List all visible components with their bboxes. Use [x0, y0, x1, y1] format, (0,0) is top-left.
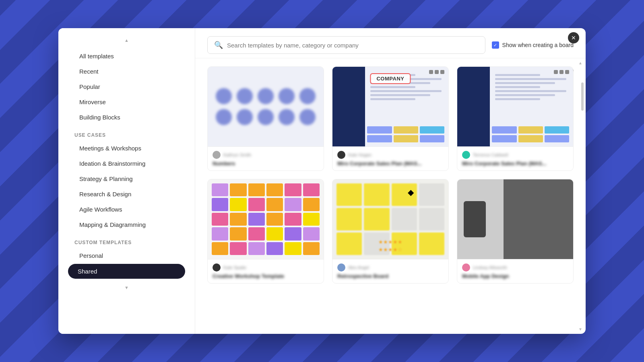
custom-templates-section-label: CUSTOM TEMPLATES — [58, 232, 195, 248]
corp-blocks-2 — [492, 126, 569, 142]
author-name-numbers: Kathryn Smith — [223, 152, 251, 157]
show-when-creating-checkbox-area[interactable]: ✓ Show when creating a board — [492, 41, 574, 49]
card-footer-phone: Lindsay Allsworth Mobile App Design — [457, 259, 573, 283]
template-card-sticky-blur[interactable]: ★★★★★ ★★★★☆ ◆ Alex Angel Retrospective B… — [332, 179, 449, 284]
sidebar-item-ideation-brainstorming[interactable]: Ideation & Brainstorming — [63, 156, 190, 171]
card-title-numbers: Numbers — [213, 160, 319, 167]
template-card-corporate-1[interactable]: COMPANY Kate Hogan Miro Corporate Sales … — [332, 66, 449, 171]
corp-blocks-1 — [367, 126, 444, 142]
show-when-creating-label: Show when creating a board — [502, 42, 574, 48]
author-name-sticky-blur: Alex Angel — [348, 265, 369, 270]
avatar-numbers — [213, 151, 221, 159]
corp-dark-bar-1 — [332, 67, 365, 146]
cursor-icon: ◆ — [408, 187, 414, 197]
card-thumb-corporate-1: COMPANY — [332, 67, 448, 146]
star-ratings: ★★★★★ ★★★★☆ — [378, 239, 402, 253]
phone-mock-icon — [464, 201, 486, 237]
card-thumb-sticky-blur: ★★★★★ ★★★★☆ ◆ — [332, 179, 448, 259]
card-author-numbers: Kathryn Smith — [213, 151, 319, 159]
author-name-sticky-colorful: Kate Spaite — [223, 265, 246, 270]
card-author-phone: Lindsay Allsworth — [462, 263, 568, 272]
sidebar-item-building-blocks[interactable]: Building Blocks — [63, 110, 190, 125]
template-card-corporate-2[interactable]: Terrence Caldwell Miro Corporate Sales P… — [457, 66, 574, 171]
template-modal: ✕ ▲ All templates Recent Popular Mirover… — [58, 28, 586, 334]
use-cases-section-label: USE CASES — [58, 125, 195, 140]
sidebar-item-personal[interactable]: Personal — [63, 248, 190, 263]
author-name-corporate-1: Kate Hogan — [348, 152, 372, 157]
sidebar-item-mapping-diagramming[interactable]: Mapping & Diagramming — [63, 217, 190, 232]
card-author-corporate-2: Terrence Caldwell — [462, 151, 568, 159]
corp-dark-bar-2 — [457, 67, 490, 146]
sidebar-item-recent[interactable]: Recent — [63, 64, 190, 79]
content-scroll-up-icon[interactable]: ▲ — [578, 61, 582, 65]
card-title-sticky-colorful: Creative Workshop Template — [213, 273, 319, 279]
avatar-sticky-blur — [337, 263, 345, 272]
content-area: Example ▲ ▼ — [195, 58, 586, 334]
dark-rect-overlay — [504, 179, 573, 259]
card-footer-corporate-2: Terrence Caldwell Miro Corporate Sales P… — [457, 146, 573, 171]
search-icon: 🔍 — [214, 41, 223, 49]
card-footer-sticky-blur: Alex Angel Retrospective Board — [332, 259, 448, 283]
card-title-corporate-1: Miro Corporate Sales Plan (MAS... — [337, 160, 444, 167]
card-title-corporate-2: Miro Corporate Sales Plan (MAS... — [462, 160, 568, 167]
card-title-sticky-blur: Retrospective Board — [337, 273, 444, 279]
avatar-phone — [462, 263, 470, 272]
sidebar-nav: All templates Recent Popular Miroverse B… — [58, 44, 195, 284]
show-when-creating-checkbox[interactable]: ✓ — [492, 41, 499, 49]
avatar-corporate-2 — [462, 151, 470, 159]
card-thumb-phone — [457, 179, 573, 259]
sidebar-scroll-down-icon: ▼ — [58, 284, 195, 292]
sidebar-item-strategy-planning[interactable]: Strategy & Planning — [63, 171, 190, 186]
template-card-numbers[interactable]: Kathryn Smith Numbers — [207, 66, 324, 171]
sidebar: ▲ All templates Recent Popular Miroverse… — [58, 28, 195, 334]
template-card-phone[interactable]: Lindsay Allsworth Mobile App Design — [457, 179, 574, 284]
avatar-corporate-1 — [337, 151, 345, 159]
search-input[interactable] — [227, 42, 479, 49]
card-footer-sticky-colorful: Kate Spaite Creative Workshop Template — [208, 259, 324, 283]
template-card-sticky-colorful[interactable]: Kate Spaite Creative Workshop Template — [207, 179, 324, 284]
corp-lines-2 — [492, 71, 573, 103]
card-footer-numbers: Kathryn Smith Numbers — [208, 146, 324, 171]
sidebar-scroll-up-icon: ▲ — [58, 36, 195, 44]
close-button[interactable]: ✕ — [568, 32, 579, 43]
card-footer-corporate-1: Kate Hogan Miro Corporate Sales Plan (MA… — [332, 146, 448, 171]
sidebar-item-agile-workflows[interactable]: Agile Workflows — [63, 202, 190, 217]
card-thumb-sticky-colorful — [208, 179, 324, 259]
content-scroll-down-icon[interactable]: ▼ — [578, 327, 582, 331]
main-header: 🔍 ✓ Show when creating a board — [195, 28, 586, 58]
author-name-corporate-2: Terrence Caldwell — [473, 152, 508, 157]
card-author-sticky-blur: Alex Angel — [337, 263, 444, 272]
search-bar[interactable]: 🔍 — [207, 36, 485, 54]
avatar-sticky-colorful — [213, 263, 221, 272]
sidebar-item-meetings-workshops[interactable]: Meetings & Workshops — [63, 141, 190, 156]
sidebar-item-shared[interactable]: Shared — [68, 264, 185, 279]
main-content: 🔍 ✓ Show when creating a board Example ▲… — [195, 28, 586, 334]
sidebar-item-popular[interactable]: Popular — [63, 79, 190, 94]
sidebar-item-all-templates[interactable]: All templates — [63, 49, 190, 64]
card-thumb-numbers — [208, 67, 324, 146]
company-badge: COMPANY — [370, 73, 411, 84]
dots-grid — [216, 88, 316, 125]
sidebar-item-research-design[interactable]: Research & Design — [63, 187, 190, 202]
content-scrollbar-thumb[interactable] — [581, 82, 584, 111]
card-author-sticky-colorful: Kate Spaite — [213, 263, 319, 272]
corp-card-content-2 — [457, 67, 573, 146]
sidebar-item-miroverse[interactable]: Miroverse — [63, 95, 190, 109]
template-grid: Kathryn Smith Numbers — [207, 66, 574, 284]
card-title-phone: Mobile App Design — [462, 273, 568, 279]
card-thumb-corporate-2 — [457, 67, 573, 146]
sticky-notes-grid-colorful — [208, 179, 324, 259]
card-author-corporate-1: Kate Hogan — [337, 151, 444, 159]
author-name-phone: Lindsay Allsworth — [473, 265, 507, 270]
